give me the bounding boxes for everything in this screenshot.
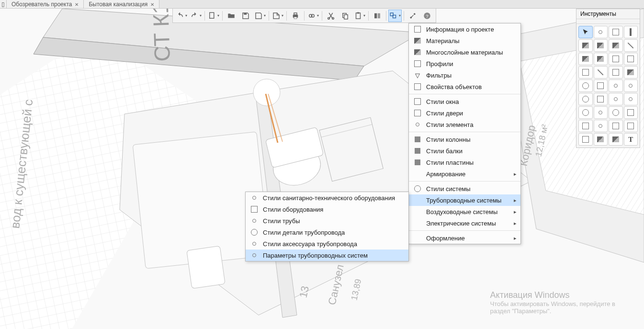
save-as-button[interactable] xyxy=(253,10,267,22)
tool-schedule[interactable] xyxy=(578,120,593,132)
tool-box[interactable] xyxy=(609,26,623,38)
tool-door[interactable] xyxy=(624,53,638,65)
menu-reinforcement[interactable]: Армирование xyxy=(409,168,520,180)
undo-button[interactable] xyxy=(175,10,188,22)
submenu-pipe-system-params[interactable]: Параметры трубопроводных систем xyxy=(246,250,408,261)
menu-beam-styles[interactable]: Стили балки xyxy=(409,145,520,157)
menu-filters[interactable]: ▽Фильтры xyxy=(409,69,520,81)
paste-button[interactable] xyxy=(353,10,366,22)
tool-hatch[interactable] xyxy=(609,133,623,146)
tool-wall[interactable] xyxy=(609,39,623,52)
align-button[interactable] xyxy=(371,10,384,22)
menu-element-styles[interactable]: Стили элемента xyxy=(409,119,520,130)
print-button[interactable] xyxy=(289,10,302,22)
tool-eraser[interactable] xyxy=(578,53,593,65)
open-button[interactable] xyxy=(225,10,238,22)
menu-door-styles[interactable]: Стили двери xyxy=(409,107,520,119)
svg-rect-30 xyxy=(374,13,377,18)
menu-decoration[interactable]: Оформление xyxy=(409,232,520,244)
close-icon[interactable]: ✕ xyxy=(150,2,154,7)
menu-system-styles[interactable]: Стили системы xyxy=(409,183,520,194)
link-button[interactable] xyxy=(306,10,320,22)
tool-edge[interactable] xyxy=(594,66,608,79)
tab-view-icon[interactable]: ▯ xyxy=(0,0,7,8)
tool-light[interactable] xyxy=(594,106,608,119)
save-button[interactable] xyxy=(239,10,252,22)
cut-button[interactable] xyxy=(324,10,338,22)
menu-pipe-systems[interactable]: Трубопроводные системы xyxy=(409,194,520,206)
tool-duct[interactable] xyxy=(594,93,608,105)
tool-fixture[interactable] xyxy=(609,79,623,92)
svg-rect-28 xyxy=(356,13,361,19)
menu-electrical-systems[interactable]: Электрические системы xyxy=(409,217,520,229)
watermark-line3: раздел "Параметры". xyxy=(490,307,615,315)
tab-project-browser[interactable]: Обозреватель проекта ✕ xyxy=(7,0,84,8)
pipe-icon xyxy=(412,194,423,206)
tool-sweep[interactable] xyxy=(624,66,638,79)
params-icon xyxy=(249,250,260,261)
tool-select[interactable] xyxy=(578,26,593,38)
tool-section[interactable] xyxy=(594,133,608,146)
tool-stair[interactable] xyxy=(578,66,593,79)
tool-line[interactable] xyxy=(624,39,638,52)
watermark-line2: Чтобы активировать Windows, перейдите в xyxy=(490,300,615,307)
pipe-icon xyxy=(249,215,260,227)
electric-icon xyxy=(412,217,423,229)
pipe-systems-submenu: Стили санитарно-технического оборудовани… xyxy=(245,192,409,261)
redo-button[interactable] xyxy=(189,10,203,22)
submenu-equipment-styles[interactable]: Стили оборудования xyxy=(246,204,408,215)
tool-flex[interactable] xyxy=(609,93,623,105)
tool-dim[interactable] xyxy=(578,133,593,146)
viewport-3d[interactable]: СТ К1 вод к существующей с Коридор 12,18… xyxy=(0,9,644,329)
manage-styles-button[interactable] xyxy=(388,10,402,22)
tab-strip: ▯ Обозреватель проекта ✕ Бытовая канализ… xyxy=(0,0,644,9)
menu-layered-materials[interactable]: Многослойные материалы xyxy=(409,46,520,58)
tool-extrude[interactable] xyxy=(609,66,623,79)
submenu-sanitary-styles[interactable]: Стили санитарно-технического оборудовани… xyxy=(246,192,408,204)
settings-button[interactable] xyxy=(406,10,419,22)
tool-electric[interactable] xyxy=(578,106,593,119)
submenu-pipe-detail-styles[interactable]: Стили детали трубопровода xyxy=(246,227,408,238)
tool-connector[interactable] xyxy=(624,79,638,92)
tool-tag[interactable] xyxy=(624,120,638,132)
menu-plate-styles[interactable]: Стили пластины xyxy=(409,157,520,168)
tool-text[interactable]: T xyxy=(624,133,638,146)
tool-fitting[interactable] xyxy=(624,93,638,105)
svg-rect-18 xyxy=(244,13,247,15)
tool-device[interactable] xyxy=(624,106,638,119)
menu-object-props[interactable]: Свойства объектов xyxy=(409,81,520,92)
menu-profiles[interactable]: Профили xyxy=(409,58,520,69)
menu-project-info[interactable]: Информация о проекте xyxy=(409,23,520,35)
svg-rect-17 xyxy=(210,12,214,18)
menu-materials[interactable]: Материалы xyxy=(409,35,520,46)
tools-panel-title: Инструменты xyxy=(576,9,640,19)
tool-slab[interactable] xyxy=(578,39,593,52)
submenu-pipe-accessory-styles[interactable]: Стили аксессуара трубопровода xyxy=(246,238,408,250)
help-button[interactable]: ? xyxy=(420,10,434,22)
menu-window-styles[interactable]: Стили окна xyxy=(409,96,520,107)
menu-duct-systems[interactable]: Воздуховодные системы xyxy=(409,206,520,217)
tab-label: Обозреватель проекта xyxy=(11,1,72,8)
copy-button[interactable] xyxy=(339,10,352,22)
tool-slab2[interactable] xyxy=(594,39,608,52)
tools-panel-header xyxy=(576,19,640,24)
tool-roof[interactable] xyxy=(594,53,608,65)
tool-room[interactable] xyxy=(609,120,623,132)
tool-column[interactable] xyxy=(624,26,638,38)
tool-measure[interactable] xyxy=(594,26,608,38)
tab-plumbing[interactable]: Бытовая канализация ✕ xyxy=(84,0,159,8)
tool-window[interactable] xyxy=(609,53,623,65)
props-icon xyxy=(412,81,423,92)
submenu-pipe-styles[interactable]: Стили трубы xyxy=(246,215,408,227)
menu-column-styles[interactable]: Стили колонны xyxy=(409,134,520,145)
tool-equipment[interactable] xyxy=(594,79,608,92)
tool-socket[interactable] xyxy=(609,106,623,119)
close-icon[interactable]: ✕ xyxy=(75,2,79,7)
export-button[interactable] xyxy=(271,10,284,22)
tool-pipe[interactable] xyxy=(578,93,593,105)
tool-plumbing[interactable] xyxy=(578,79,593,92)
sanitary-icon xyxy=(249,192,260,204)
new-button[interactable] xyxy=(207,10,220,22)
svg-point-25 xyxy=(332,17,334,19)
tool-3d[interactable] xyxy=(594,120,608,132)
